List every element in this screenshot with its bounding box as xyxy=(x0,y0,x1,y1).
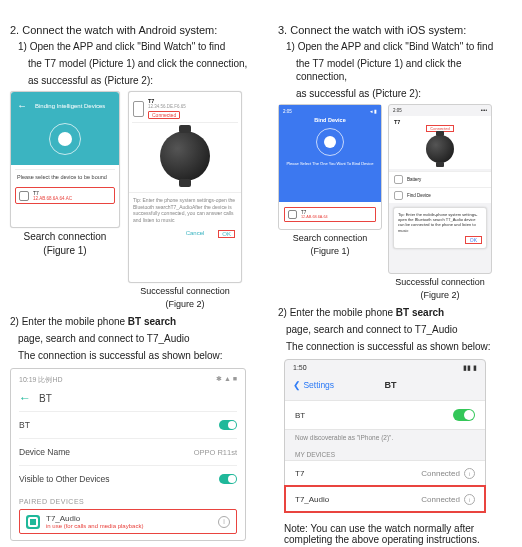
back-settings-link[interactable]: ❮ Settings xyxy=(293,380,334,390)
android-figure-2: T7 12.34.56.DE.F6.65 Connected Tip: Ente… xyxy=(128,91,242,309)
info-icon[interactable]: i xyxy=(464,468,475,479)
device-row-t7[interactable]: T7 Connectedi xyxy=(285,460,485,486)
android-step1-line2: the T7 model (Picture 1) and click the c… xyxy=(28,57,270,70)
ios-step1-line1: 1) Open the APP and click "Bind Watch" t… xyxy=(286,40,513,53)
ios-bt-time: 1:50 xyxy=(293,364,307,372)
fig1-caption-2: (Figure 1) xyxy=(43,245,86,256)
fig2-caption-2: (Figure 2) xyxy=(165,299,204,309)
menu-dots-icon[interactable]: •••• xyxy=(481,108,487,113)
android-step1-line3: as successful as (Picture 2): xyxy=(28,74,270,87)
ios-step1-line2: the T7 model (Picture 1) and click the c… xyxy=(296,57,513,83)
android-step1-line1: 1) Open the APP and click "Bind Watch" t… xyxy=(18,40,270,53)
note-line-2: completing the above operating instructi… xyxy=(284,534,513,545)
my-devices-label: MY DEVICES xyxy=(285,445,485,460)
battery-icon xyxy=(394,175,403,184)
paired-substatus: in use (for calls and media playback) xyxy=(46,523,143,529)
note-line-1: Note: You can use the watch normally aft… xyxy=(284,523,513,534)
bt-toggle-row[interactable]: BT xyxy=(19,411,237,438)
find-device-icon xyxy=(394,191,403,200)
tip-dialog: Tip: Enter the mobile-phone system setti… xyxy=(393,207,487,249)
back-arrow-icon[interactable]: ← xyxy=(17,100,27,111)
ios-step2-line1: 2) Enter the mobile phone BT search xyxy=(278,306,513,319)
search-pulse-icon xyxy=(49,123,81,155)
back-arrow-icon[interactable]: ← xyxy=(19,391,31,405)
ios-bt-settings: 1:50 ▮▮ ▮ ❮ Settings BT BT Now discovera… xyxy=(284,359,486,513)
ios-time: 2:05 xyxy=(393,108,402,113)
device-name-row[interactable]: Device Name OPPO R11st xyxy=(19,438,237,465)
signal-icon: ▮▮ ▮ xyxy=(463,364,477,372)
menu-find-device[interactable]: Find Device xyxy=(389,187,491,203)
ios-fig1-caption-2: (Figure 1) xyxy=(310,246,349,256)
android-step2-line3: The connection is successful as shown be… xyxy=(18,349,270,362)
connected-badge: Connected xyxy=(148,111,180,119)
ios-section: 3. Connect the watch with iOS system: 1)… xyxy=(278,24,513,545)
ok-button[interactable]: OK xyxy=(218,230,235,238)
status-time: 10:19 比例HD xyxy=(19,375,63,385)
android-bt-settings: 10:19 比例HD ✱ ▲ ■ ← BT BT Device Name OPP… xyxy=(10,368,246,541)
watch-image xyxy=(160,131,210,181)
android-figure-1: ← Binding Intelligent Devices Please sel… xyxy=(10,91,120,309)
paired-devices-label: PAIRED DEVICES xyxy=(19,498,237,505)
ok-button[interactable]: OK xyxy=(465,236,482,245)
bt-toggle-on-icon[interactable] xyxy=(453,409,475,421)
visible-toggle-on-icon[interactable] xyxy=(219,474,237,484)
android-step2-line2: page, search and connect to T7_Audio xyxy=(18,332,270,345)
signal-icon: ◂ ▮ xyxy=(370,109,377,114)
android-heading: 2. Connect the watch with Android system… xyxy=(10,24,270,36)
fig1-caption-1: Search connection xyxy=(24,231,107,242)
menu-battery[interactable]: Battery xyxy=(389,171,491,187)
ios-figure-2: 2:05 •••• T7 Connected Battery Find Devi… xyxy=(388,104,492,300)
discoverable-text: Now discoverable as "iPhone (2)". xyxy=(285,430,485,445)
connected-device-row[interactable]: T7 12.34.56.DE.F6.65 Connected xyxy=(132,95,238,123)
bind-header: Binding Intelligent Devices xyxy=(35,103,105,109)
status-icons: ✱ ▲ ■ xyxy=(216,375,237,385)
device-row-t7[interactable]: T7 12.AB.68.6A.64 xyxy=(284,207,376,222)
device-mac: 12.AB.68.6A.64 xyxy=(301,215,328,219)
ios-fig2-caption-2: (Figure 2) xyxy=(420,290,459,300)
ios-figure-1: 2:05 ◂ ▮ Bind Device Please Select The O… xyxy=(278,104,382,300)
cancel-button[interactable]: Cancel xyxy=(186,230,205,238)
paired-device-t7audio[interactable]: T7_Audio in use (for calls and media pla… xyxy=(19,509,237,534)
ios-heading: 3. Connect the watch with iOS system: xyxy=(278,24,513,36)
visible-row[interactable]: Visible to Other Devices xyxy=(19,465,237,492)
device-icon xyxy=(19,191,29,201)
device-icon xyxy=(288,210,297,219)
fig2-caption-1: Successful connection xyxy=(140,286,230,296)
info-icon[interactable]: i xyxy=(218,516,230,528)
ios-fig1-caption-1: Search connection xyxy=(293,233,368,243)
paired-name: T7_Audio xyxy=(46,514,143,523)
ios-step1-line3: as successful as (Picture 2): xyxy=(296,87,513,100)
ios-step2-line2: page, search and connect to T7_Audio xyxy=(286,323,513,336)
select-device-text: Please select the device to be bound xyxy=(15,169,115,184)
info-icon[interactable]: i xyxy=(464,494,475,505)
tip-dialog: Tip: Enter the phone system settings-ope… xyxy=(129,192,241,227)
bind-subtitle: Please Select The One You Want To Bind D… xyxy=(283,161,377,166)
watch-icon xyxy=(133,101,144,117)
device-mac: 12.34.56.DE.F6.65 xyxy=(148,104,186,109)
ios-step2-line3: The connection is successful as shown be… xyxy=(286,340,513,353)
search-pulse-icon xyxy=(316,128,344,156)
bt-toggle-on-icon[interactable] xyxy=(219,420,237,430)
bt-title: BT xyxy=(39,393,52,404)
bt-toggle-row[interactable]: BT xyxy=(285,400,485,430)
device-row-t7audio[interactable]: T7_Audio Connectedi xyxy=(285,486,485,512)
bind-device-title: Bind Device xyxy=(283,117,377,123)
ios-time: 2:05 xyxy=(283,109,292,114)
ios-fig2-caption-1: Successful connection xyxy=(395,277,485,287)
device-mac: 12.AB.68.6A.64.AC xyxy=(33,196,72,201)
bt-title: BT xyxy=(385,380,397,390)
device-row-t7[interactable]: T7 12.AB.68.6A.64.AC xyxy=(15,187,115,204)
watch-image xyxy=(426,135,454,163)
android-section: 2. Connect the watch with Android system… xyxy=(10,24,270,541)
android-step2-line1: 2) Enter the mobile phone BT search xyxy=(10,315,270,328)
headset-icon xyxy=(26,515,40,529)
